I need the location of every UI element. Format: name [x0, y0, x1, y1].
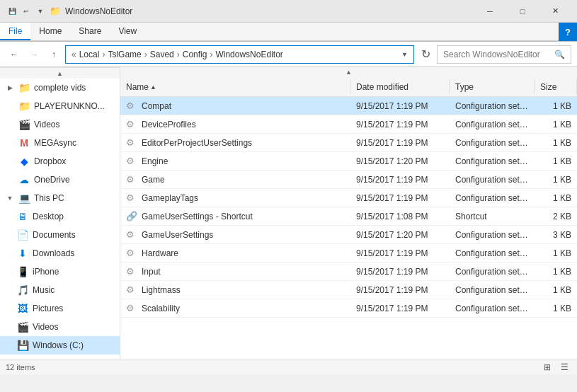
sidebar-item-windowsc[interactable]: 💾 Windows (C:) [0, 336, 120, 354]
table-row[interactable]: ⚙ Scalability 9/15/2017 1:19 PM Configur… [120, 299, 577, 318]
downloads-icon: ⬇ [17, 248, 28, 259]
onedrive-icon: ☁ [18, 174, 30, 185]
file-size: 3 KB [535, 229, 577, 241]
save-quick-btn[interactable]: 💾 [6, 5, 18, 18]
column-header-date[interactable]: Date modified [350, 79, 450, 95]
sidebar-label: This PC [34, 193, 64, 203]
minimize-button[interactable]: ─ [474, 0, 506, 23]
address-path[interactable]: « Local › TslGame › Saved › Config › Win… [65, 45, 414, 64]
view-controls: ⊞ ☰ [540, 360, 571, 374]
col-name-label: Name [126, 82, 149, 92]
sidebar-item-dvd[interactable]: 💿 DVD RW Drive (D [0, 354, 120, 359]
file-type: Configuration sett... [450, 118, 535, 131]
status-count: 12 items [6, 363, 35, 371]
file-icon: ⚙ [126, 119, 137, 130]
table-row[interactable]: ⚙ Engine 9/15/2017 1:20 PM Configuration… [120, 152, 577, 171]
file-size: 1 KB [535, 118, 577, 131]
file-list-header: Name ▲ Date modified Type Size [120, 77, 577, 97]
table-row[interactable]: ⚙ Input 9/15/2017 1:19 PM Configuration … [120, 263, 577, 281]
file-type: Configuration sett... [450, 265, 535, 278]
path-saved[interactable]: Saved [150, 50, 174, 59]
sidebar-item-videos[interactable]: ▶ 🎬 Videos [0, 115, 120, 134]
column-header-name[interactable]: Name ▲ [120, 79, 350, 95]
path-tslgame[interactable]: TslGame [108, 50, 141, 59]
quick-access-toolbar: 💾 ↩ ▼ [6, 5, 47, 18]
sidebar-scroll-up[interactable]: ▲ [0, 67, 120, 79]
folder-icon: 📁 [18, 100, 30, 112]
table-row[interactable]: 🔗 GameUserSettings - Shortcut 9/15/2017 … [120, 207, 577, 226]
file-icon: ⚙ [126, 137, 137, 149]
expand-icon[interactable]: ▶ [6, 83, 14, 92]
sidebar-item-desktop[interactable]: 🖥 Desktop [0, 207, 120, 226]
sidebar-label: Documents [33, 230, 76, 240]
search-input[interactable] [443, 50, 554, 59]
forward-button[interactable]: → [25, 46, 42, 63]
table-row[interactable]: ⚙ DeviceProfiles 9/15/2017 1:19 PM Confi… [120, 115, 577, 134]
videos2-icon: 🎬 [17, 321, 28, 333]
sidebar-item-videos2[interactable]: 🎬 Videos [0, 318, 120, 336]
file-icon: ⚙ [126, 303, 137, 314]
file-type: Configuration sett... [450, 247, 535, 260]
sidebar-item-megasync[interactable]: ▶ M MEGAsync [0, 134, 120, 152]
path-config[interactable]: Config [183, 50, 207, 59]
sidebar-item-iphone[interactable]: 📱 iPhone [0, 263, 120, 281]
file-icon: 🔗 [126, 211, 137, 222]
file-name: Compat [142, 101, 171, 111]
up-button[interactable]: ↑ [45, 46, 62, 63]
windowsc-icon: 💾 [17, 340, 28, 351]
file-size: 1 KB [535, 155, 577, 168]
file-size: 1 KB [535, 302, 577, 315]
maximize-button[interactable]: □ [506, 0, 539, 23]
view-list-button[interactable]: ☰ [557, 360, 571, 374]
column-header-size[interactable]: Size [535, 79, 577, 95]
sidebar-item-onedrive[interactable]: ▶ ☁ OneDrive [0, 171, 120, 189]
file-type: Configuration sett... [450, 284, 535, 296]
table-row[interactable]: ⚙ Game 9/15/2017 1:19 PM Configuration s… [120, 171, 577, 189]
path-local[interactable]: Local [79, 50, 100, 59]
path-windowsnoeditor[interactable]: WindowsNoEditor [215, 50, 282, 59]
table-row[interactable]: ⚙ EditorPerProjectUserSettings 9/15/2017… [120, 134, 577, 152]
sidebar-item-playerunknown[interactable]: ▶ 📁 PLAYERUNKNO... [0, 97, 120, 115]
column-header-type[interactable]: Type [450, 79, 535, 95]
window-title: WindowsNoEditor [65, 6, 474, 16]
sidebar-item-thispc[interactable]: ▼ 💻 This PC [0, 189, 120, 207]
documents-icon: 📄 [17, 229, 28, 241]
title-bar: 💾 ↩ ▼ 📁 WindowsNoEditor ─ □ ✕ [0, 0, 577, 23]
table-row[interactable]: ⚙ Hardware 9/15/2017 1:19 PM Configurati… [120, 244, 577, 263]
table-row[interactable]: ⚙ GameUserSettings 9/15/2017 1:20 PM Con… [120, 226, 577, 244]
close-button[interactable]: ✕ [539, 0, 571, 23]
path-dropdown-btn[interactable]: ▼ [401, 51, 408, 58]
back-button[interactable]: ← [6, 46, 23, 63]
file-type: Shortcut [450, 210, 535, 223]
help-button[interactable]: ? [559, 23, 577, 41]
sidebar-item-dropbox[interactable]: ▶ ◆ Dropbox [0, 152, 120, 171]
expand-icon[interactable]: ▼ [6, 194, 14, 202]
table-row[interactable]: ⚙ GameplayTags 9/15/2017 1:19 PM Configu… [120, 189, 577, 207]
sidebar-item-pictures[interactable]: 🖼 Pictures [0, 299, 120, 318]
thispc-icon: 💻 [18, 192, 30, 204]
sidebar-item-complete-vids[interactable]: ▶ 📁 complete vids [0, 79, 120, 97]
tab-file[interactable]: File [0, 23, 30, 40]
sidebar-item-documents[interactable]: 📄 Documents [0, 226, 120, 244]
megasync-icon: M [18, 137, 30, 149]
file-name: Input [142, 267, 161, 277]
view-grid-button[interactable]: ⊞ [540, 360, 554, 374]
sidebar-item-downloads[interactable]: ⬇ Downloads [0, 244, 120, 263]
file-icon: ⚙ [126, 229, 137, 241]
table-row[interactable]: ⚙ Lightmass 9/15/2017 1:19 PM Configurat… [120, 281, 577, 299]
table-row[interactable]: ⚙ Compat 9/15/2017 1:19 PM Configuration… [120, 97, 577, 115]
tab-share[interactable]: Share [70, 23, 110, 40]
tab-view[interactable]: View [110, 23, 145, 40]
sidebar-item-music[interactable]: 🎵 Music [0, 281, 120, 299]
refresh-button[interactable]: ↻ [417, 46, 434, 63]
search-box: 🔍 [437, 45, 571, 64]
dropdown-quick-btn[interactable]: ▼ [34, 5, 47, 18]
file-size: 1 KB [535, 100, 577, 113]
file-name: DeviceProfiles [142, 120, 196, 129]
undo-quick-btn[interactable]: ↩ [20, 5, 33, 18]
file-name: Hardware [142, 248, 178, 258]
file-name: GameplayTags [142, 193, 198, 203]
sidebar: ▲ ▶ 📁 complete vids ▶ 📁 PLAYERUNKNO... ▶… [0, 67, 120, 359]
tab-home[interactable]: Home [30, 23, 70, 40]
file-icon: ⚙ [126, 266, 137, 277]
